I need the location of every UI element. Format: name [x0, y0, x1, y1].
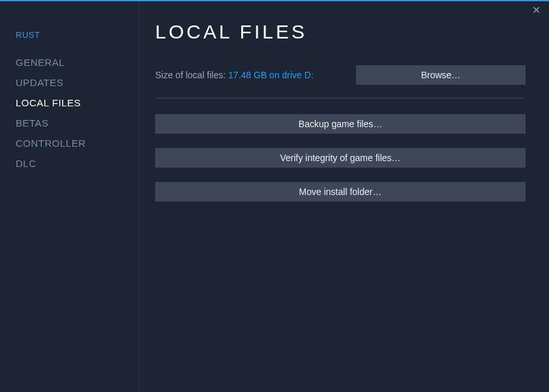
divider — [155, 98, 526, 98]
size-label-text: Size of local files: — [155, 70, 228, 80]
sidebar-item-updates[interactable]: UPDATES — [16, 77, 139, 88]
sidebar-item-label: LOCAL FILES — [16, 97, 81, 108]
sidebar-title: RUST — [16, 30, 139, 40]
sidebar-item-label: UPDATES — [16, 77, 63, 88]
size-value: 17.48 GB on drive D: — [228, 70, 314, 80]
sidebar-item-general[interactable]: GENERAL — [16, 57, 139, 68]
sidebar-item-label: DLC — [16, 158, 37, 169]
sidebar: RUST GENERAL UPDATES LOCAL FILES BETAS C… — [0, 0, 140, 392]
sidebar-item-betas[interactable]: BETAS — [16, 117, 139, 128]
main-panel: LOCAL FILES Size of local files: 17.48 G… — [140, 0, 549, 392]
page-title: LOCAL FILES — [155, 21, 526, 43]
sidebar-item-label: CONTROLLER — [16, 138, 86, 149]
size-row: Size of local files: 17.48 GB on drive D… — [155, 65, 526, 85]
verify-button[interactable]: Verify integrity of game files… — [155, 148, 526, 168]
browse-button[interactable]: Browse… — [356, 65, 526, 85]
sidebar-item-dlc[interactable]: DLC — [16, 158, 139, 169]
move-folder-button[interactable]: Move install folder… — [155, 182, 526, 202]
sidebar-item-local-files[interactable]: LOCAL FILES — [16, 97, 139, 108]
backup-button[interactable]: Backup game files… — [155, 114, 526, 134]
sidebar-item-label: GENERAL — [16, 57, 65, 68]
size-label: Size of local files: 17.48 GB on drive D… — [155, 70, 314, 80]
app-container: RUST GENERAL UPDATES LOCAL FILES BETAS C… — [0, 0, 549, 392]
sidebar-item-label: BETAS — [16, 117, 49, 128]
sidebar-item-controller[interactable]: CONTROLLER — [16, 138, 139, 149]
